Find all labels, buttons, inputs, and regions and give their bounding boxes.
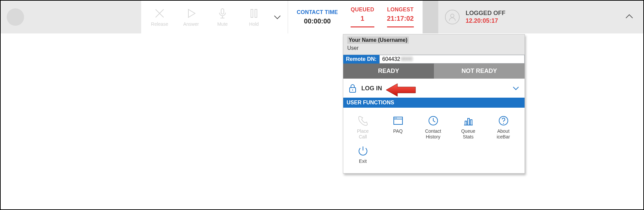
hold-button[interactable]: Hold (238, 7, 270, 27)
paq-label: PAQ (382, 128, 413, 134)
remote-dn-input[interactable]: 604432 0000 (379, 55, 525, 64)
contact-history-button[interactable]: ContactHistory (418, 115, 449, 140)
avatar-placeholder (7, 8, 24, 26)
microphone-icon (216, 7, 228, 19)
agent-status-zone[interactable]: LOGGED OFF 12.20:05:17 (438, 1, 643, 33)
answer-label: Answer (183, 21, 199, 27)
agent-timer: 12.20:05:17 (466, 17, 505, 24)
remote-dn-row: Remote DN: 604432 0000 (343, 55, 525, 64)
contact-history-label: ContactHistory (418, 128, 449, 140)
svg-point-3 (451, 14, 454, 17)
divider (423, 1, 438, 33)
svg-point-5 (352, 90, 353, 91)
power-icon (357, 145, 369, 156)
phone-icon (357, 115, 369, 126)
top-bar: Release Answer Mute Hold (1, 1, 643, 33)
svg-rect-12 (468, 118, 469, 125)
mute-label: Mute (217, 21, 227, 27)
remote-dn-label: Remote DN: (343, 55, 379, 64)
dropdown-header: Your Name (Username) User (343, 34, 525, 55)
ready-button[interactable]: READY (343, 64, 434, 79)
stat-contact-time-value: 00:00:00 (297, 17, 338, 25)
about-icebar-button[interactable]: AbouticeBar (488, 115, 519, 140)
agent-dropdown-panel: Your Name (Username) User Remote DN: 604… (343, 34, 525, 174)
help-icon (498, 115, 509, 126)
svg-rect-13 (470, 120, 472, 125)
svg-point-8 (395, 118, 395, 118)
hold-label: Hold (249, 21, 259, 27)
exit-button[interactable]: Exit (347, 145, 378, 164)
chevron-down-icon (512, 84, 520, 92)
queue-stats-label: QueueStats (453, 128, 484, 140)
headset-icon (448, 13, 457, 21)
svg-rect-0 (221, 9, 224, 14)
play-icon (185, 7, 197, 19)
place-call-button[interactable]: PlaceCall (347, 115, 378, 140)
call-controls: Release Answer Mute Hold (141, 1, 288, 33)
svg-rect-11 (465, 121, 467, 125)
user-role: User (347, 45, 521, 51)
pause-icon (248, 7, 260, 19)
avatar-zone (1, 1, 141, 33)
agent-status-toggle[interactable] (625, 12, 634, 22)
stat-queued-value: 1 (351, 15, 374, 22)
user-functions-grid: PlaceCall PAQ ContactHistory (343, 108, 525, 173)
stat-longest-underline (387, 26, 414, 27)
login-label: LOG IN (361, 85, 382, 92)
call-controls-more-dropdown[interactable] (270, 13, 285, 21)
user-name: Your Name (Username) (347, 36, 409, 44)
agent-state: LOGGED OFF (466, 10, 505, 17)
chevron-up-icon (625, 12, 634, 21)
stat-queued: QUEUED 1 (351, 7, 374, 27)
stat-longest-value: 21:17:02 (387, 15, 414, 22)
window-icon (392, 115, 404, 126)
svg-rect-2 (255, 9, 257, 17)
answer-button[interactable]: Answer (175, 7, 207, 27)
agent-status-text: LOGGED OFF 12.20:05:17 (466, 10, 505, 24)
stat-contact-time: CONTACT TIME 00:00:00 (297, 9, 338, 25)
remote-dn-visible: 604432 (382, 56, 400, 62)
about-icebar-label: AbouticeBar (488, 128, 519, 140)
not-ready-button[interactable]: NOT READY (434, 64, 525, 79)
agent-avatar-icon (445, 10, 460, 24)
remote-dn-redacted: 0000 (401, 56, 413, 62)
stats-zone: CONTACT TIME 00:00:00 QUEUED 1 LONGEST 2… (288, 1, 423, 33)
close-icon (154, 7, 166, 19)
release-label: Release (151, 21, 168, 27)
stat-queued-label: QUEUED (351, 7, 374, 13)
queue-stats-button[interactable]: QueueStats (453, 115, 484, 140)
bar-chart-icon (463, 115, 474, 126)
state-toggle-row: READY NOT READY (343, 64, 525, 79)
user-functions-header: USER FUNCTIONS (343, 98, 525, 108)
login-row[interactable]: LOG IN (343, 79, 525, 98)
clock-icon (428, 115, 439, 126)
stat-queued-underline (351, 26, 374, 27)
chevron-down-icon (273, 13, 282, 21)
stat-longest: LONGEST 21:17:02 (387, 7, 414, 27)
svg-point-9 (396, 118, 397, 118)
svg-rect-1 (251, 9, 253, 17)
stat-contact-time-label: CONTACT TIME (297, 9, 338, 15)
mute-button[interactable]: Mute (207, 7, 238, 27)
release-button[interactable]: Release (144, 7, 175, 27)
exit-label: Exit (347, 159, 378, 164)
svg-point-15 (503, 123, 504, 124)
place-call-label: PlaceCall (347, 128, 378, 140)
stat-longest-label: LONGEST (387, 7, 414, 13)
lock-icon (349, 84, 357, 93)
paq-button[interactable]: PAQ (382, 115, 413, 140)
